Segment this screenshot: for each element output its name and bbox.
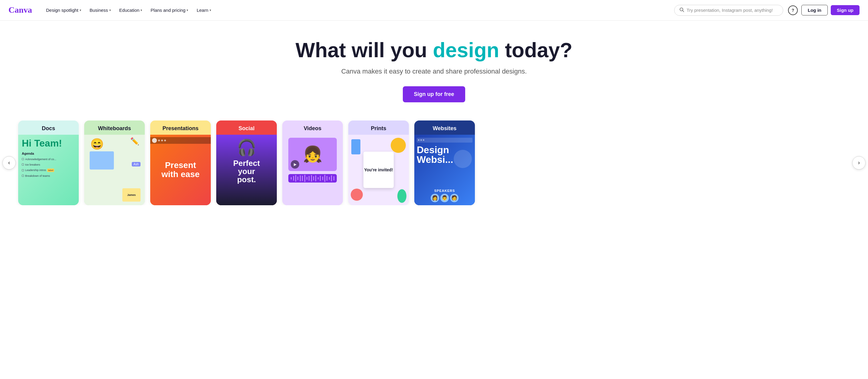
nav-design-spotlight[interactable]: Design spotlight ▾ bbox=[42, 5, 85, 15]
card-whiteboards-body: 😄 ✏️ Ash James bbox=[84, 135, 145, 205]
signup-button[interactable]: Sign up bbox=[831, 5, 860, 15]
emoji-icon: 😄 bbox=[90, 138, 104, 151]
search-icon bbox=[679, 7, 684, 13]
card-prints[interactable]: Prints You're invited! bbox=[348, 121, 409, 205]
chevron-down-icon: ▾ bbox=[210, 8, 211, 12]
card-docs-label: Docs bbox=[18, 121, 79, 135]
card-websites-body: DesignWebsi... SPEAKERS 👩 👨 🧑 bbox=[414, 135, 475, 205]
doc-item: Acknowledgement of co... bbox=[22, 158, 75, 161]
svg-text:Canva: Canva bbox=[8, 5, 32, 14]
card-prints-label: Prints bbox=[348, 121, 409, 135]
doc-item: Leadership intros label bbox=[22, 168, 75, 172]
hero-subtitle: Canva makes it easy to create and share … bbox=[341, 67, 527, 75]
chevron-down-icon: ▾ bbox=[80, 8, 81, 12]
card-presentations-body: Presentwith ease bbox=[150, 135, 211, 205]
video-thumbnail: 👧 ▶ bbox=[288, 138, 337, 171]
nav-business[interactable]: Business ▾ bbox=[86, 5, 115, 15]
print-blob2 bbox=[351, 189, 363, 201]
website-avatars: 👩 👨 🧑 bbox=[417, 194, 472, 202]
audio-waveform bbox=[288, 174, 337, 183]
invite-text: You're invited! bbox=[364, 167, 393, 172]
whiteboard-rect bbox=[90, 151, 114, 169]
card-prints-body: You're invited! bbox=[348, 135, 409, 205]
doc-item: Breakdown of teams bbox=[22, 175, 75, 178]
search-input[interactable] bbox=[687, 7, 778, 13]
card-whiteboards[interactable]: Whiteboards 😄 ✏️ Ash James bbox=[84, 121, 145, 205]
nav-education[interactable]: Education ▾ bbox=[116, 5, 146, 15]
invite-card: You're invited! bbox=[364, 152, 394, 188]
chevron-down-icon: ▾ bbox=[109, 8, 111, 12]
hero-section: What will you design today? Canva makes … bbox=[0, 21, 868, 115]
hero-title: What will you design today? bbox=[296, 39, 572, 61]
card-videos-label: Videos bbox=[282, 121, 343, 135]
canva-logo-small bbox=[152, 138, 157, 143]
chevron-right-icon: › bbox=[858, 160, 860, 166]
avatar: 👩 bbox=[431, 194, 439, 202]
canva-logo[interactable]: Canva bbox=[8, 5, 33, 16]
whiteboard-name-tag: Ash bbox=[132, 162, 141, 166]
print-shape bbox=[351, 139, 361, 154]
help-button[interactable]: ? bbox=[788, 5, 798, 15]
presentation-bar bbox=[150, 137, 211, 144]
search-bar[interactable] bbox=[674, 5, 783, 16]
emoji2-icon: ✏️ bbox=[130, 137, 139, 146]
navbar: Canva Design spotlight ▾ Business ▾ Educ… bbox=[0, 0, 868, 21]
card-social[interactable]: Social 🎧 Perfect your post. bbox=[216, 121, 277, 205]
scroll-left-button[interactable]: ‹ bbox=[2, 156, 16, 169]
chevron-left-icon: ‹ bbox=[8, 160, 10, 166]
play-icon: ▶ bbox=[291, 160, 299, 168]
card-docs-body: Hi Team! Agenda Acknowledgement of co...… bbox=[18, 135, 79, 205]
cards-row: Docs Hi Team! Agenda Acknowledgement of … bbox=[0, 121, 868, 205]
doc-item: Ice breakers bbox=[22, 163, 75, 166]
card-presentations[interactable]: Presentations Presentwith ease bbox=[150, 121, 211, 205]
card-videos-body: 👧 ▶ bbox=[282, 135, 343, 205]
nav-plans-pricing[interactable]: Plans and pricing ▾ bbox=[147, 5, 192, 15]
cta-button[interactable]: Sign up for free bbox=[403, 86, 465, 102]
print-blob3 bbox=[397, 189, 406, 203]
login-button[interactable]: Log in bbox=[801, 5, 828, 15]
social-person-icon: 🎧 bbox=[237, 138, 256, 157]
card-social-label: Social bbox=[216, 121, 277, 135]
avatar: 👨 bbox=[440, 194, 449, 202]
card-social-body: 🎧 Perfect your post. bbox=[216, 135, 277, 205]
cards-section: ‹ Docs Hi Team! Agenda Acknowledgement o… bbox=[0, 121, 868, 205]
website-browser-bar bbox=[417, 138, 472, 143]
social-card-text: Perfect your post. bbox=[233, 159, 260, 184]
chevron-down-icon: ▾ bbox=[187, 8, 188, 12]
card-whiteboards-label: Whiteboards bbox=[84, 121, 145, 135]
print-blob1 bbox=[391, 138, 406, 153]
website-speakers-label: SPEAKERS bbox=[417, 189, 472, 192]
card-docs[interactable]: Docs Hi Team! Agenda Acknowledgement of … bbox=[18, 121, 79, 205]
avatar: 🧑 bbox=[450, 194, 459, 202]
website-decoration bbox=[454, 150, 472, 168]
card-presentations-label: Presentations bbox=[150, 121, 211, 135]
sticky-note: James bbox=[122, 188, 141, 201]
scroll-right-button[interactable]: › bbox=[852, 156, 866, 169]
doc-agenda: Agenda bbox=[22, 152, 75, 155]
presentation-text: Presentwith ease bbox=[158, 157, 203, 183]
video-person-icon: 👧 bbox=[303, 145, 322, 163]
nav-links: Design spotlight ▾ Business ▾ Education … bbox=[42, 5, 674, 15]
doc-greeting: Hi Team! bbox=[22, 138, 75, 148]
card-videos[interactable]: Videos 👧 ▶ bbox=[282, 121, 343, 205]
chevron-down-icon: ▾ bbox=[141, 8, 142, 12]
card-websites[interactable]: Websites DesignWebsi... SPEAKERS 👩 👨 🧑 bbox=[414, 121, 475, 205]
nav-learn[interactable]: Learn ▾ bbox=[193, 5, 214, 15]
card-websites-label: Websites bbox=[414, 121, 475, 135]
svg-line-2 bbox=[683, 10, 684, 12]
